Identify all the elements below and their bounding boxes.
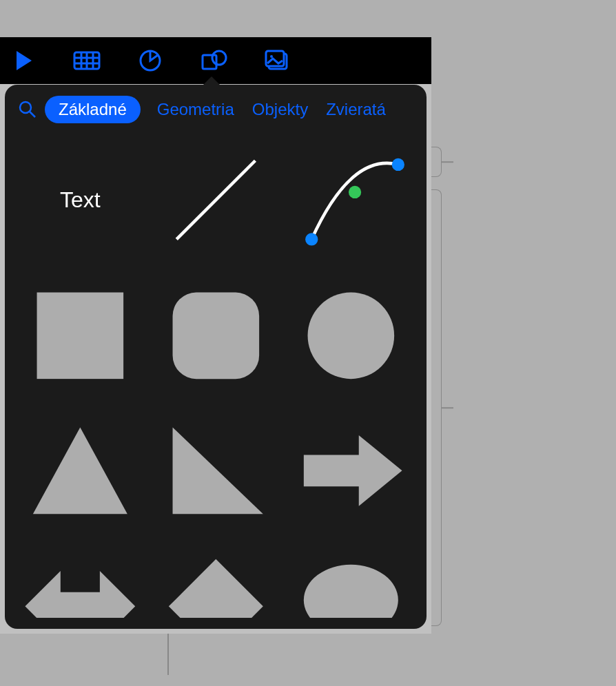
- svg-point-16: [349, 186, 361, 198]
- shapes-popover: Základné Geometria Objekty Zvieratá Text: [5, 85, 427, 629]
- app-window: Základné Geometria Objekty Zvieratá Text: [0, 37, 431, 634]
- svg-rect-10: [266, 51, 284, 66]
- tab-geometry[interactable]: Geometria: [156, 96, 236, 123]
- popover-header: Základné Geometria Objekty Zvieratá: [17, 96, 414, 123]
- svg-point-15: [305, 233, 318, 245]
- shapes-icon[interactable]: [198, 45, 229, 76]
- category-tabs: Základné Geometria Objekty Zvieratá: [45, 96, 387, 123]
- chart-icon[interactable]: [135, 45, 165, 76]
- curve-shape[interactable]: [288, 137, 414, 263]
- triangle-shape[interactable]: [17, 408, 143, 534]
- double-arrow-shape[interactable]: [17, 543, 143, 618]
- circle-shape[interactable]: [288, 273, 414, 399]
- svg-point-21: [304, 565, 398, 618]
- svg-rect-18: [37, 292, 124, 379]
- rounded-square-shape[interactable]: [153, 273, 279, 399]
- text-shape[interactable]: Text: [17, 137, 143, 263]
- popover-tip: [203, 76, 220, 85]
- play-icon[interactable]: [8, 45, 39, 76]
- media-icon[interactable]: [262, 45, 292, 76]
- svg-point-12: [20, 102, 31, 113]
- search-icon[interactable]: [17, 99, 38, 120]
- speech-bubble-shape[interactable]: [288, 543, 414, 618]
- tab-objects[interactable]: Objekty: [251, 96, 309, 123]
- right-triangle-shape[interactable]: [153, 408, 279, 534]
- tab-animals[interactable]: Zvieratá: [325, 96, 387, 123]
- svg-point-8: [212, 51, 226, 65]
- callout-bracket-grid: [167, 634, 169, 675]
- text-shape-label: Text: [60, 187, 101, 213]
- svg-rect-19: [172, 292, 259, 379]
- tab-basic[interactable]: Základné: [45, 96, 141, 123]
- table-icon[interactable]: [72, 45, 102, 76]
- line-shape[interactable]: [153, 137, 279, 263]
- shapes-grid: Text: [17, 137, 414, 618]
- diamond-shape[interactable]: [153, 543, 279, 618]
- svg-line-14: [176, 160, 255, 239]
- svg-line-13: [30, 112, 35, 117]
- svg-point-17: [392, 158, 404, 171]
- svg-point-20: [308, 292, 395, 379]
- square-shape[interactable]: [17, 273, 143, 399]
- arrow-right-shape[interactable]: [288, 408, 414, 534]
- popover-container: Základné Geometria Objekty Zvieratá Text: [0, 84, 431, 634]
- svg-point-11: [270, 55, 273, 58]
